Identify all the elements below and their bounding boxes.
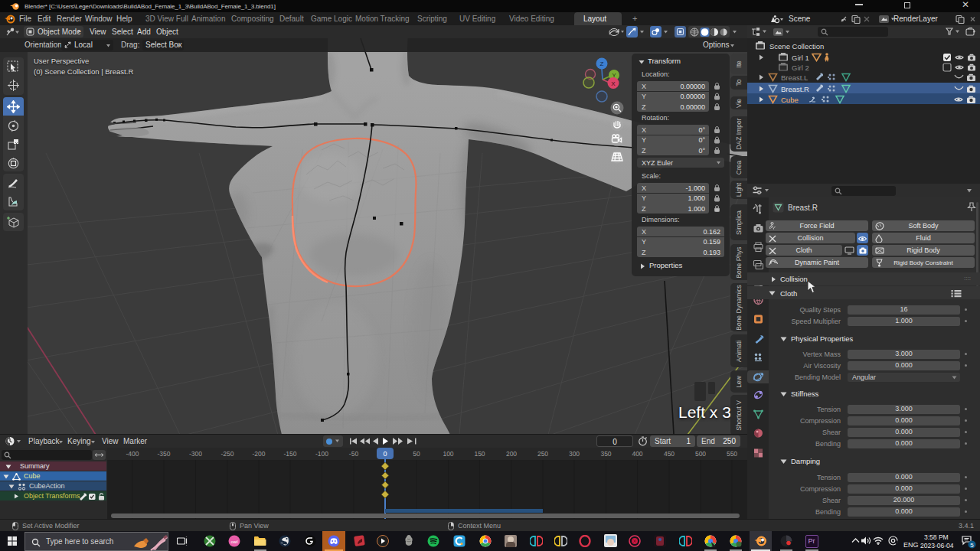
svg-text:500: 500 [695,450,706,458]
svg-text:250: 250 [537,450,548,458]
svg-text:0: 0 [383,450,387,458]
svg-text:-100: -100 [315,450,328,458]
svg-text:owl: owl [230,540,237,544]
svg-text:300: 300 [569,450,580,458]
svg-text:150: 150 [474,450,485,458]
svg-text:X: X [611,80,616,87]
svg-text:-50: -50 [349,450,359,458]
svg-text:-200: -200 [252,450,265,458]
svg-text:-300: -300 [189,450,202,458]
svg-text:200: 200 [506,450,517,458]
svg-text:-250: -250 [220,450,234,458]
svg-text:50: 50 [413,450,420,458]
svg-text:450: 450 [664,450,675,458]
svg-text:400: 400 [632,450,642,458]
svg-text:-400: -400 [126,450,139,458]
svg-text:550: 550 [727,450,737,458]
svg-text:5: 5 [970,542,974,549]
svg-text:350: 350 [600,450,611,458]
svg-text:-350: -350 [157,450,170,458]
svg-text:-150: -150 [283,450,296,458]
svg-text:Z: Z [600,60,604,67]
svg-text:100: 100 [443,450,453,458]
